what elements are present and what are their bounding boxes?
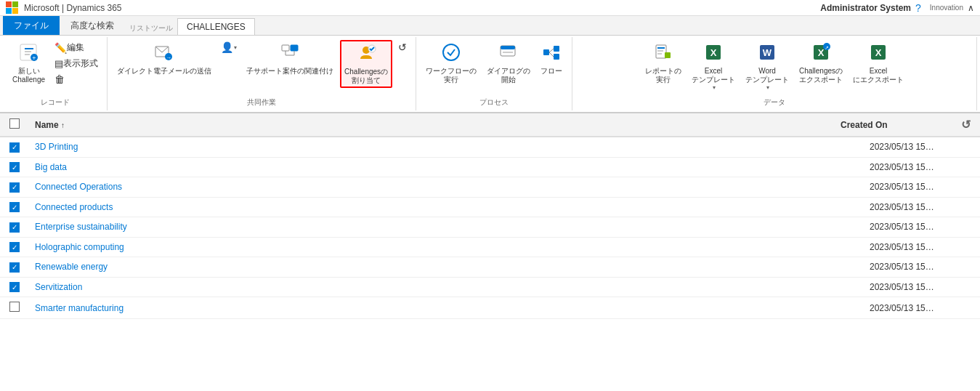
refresh-collab-button[interactable]: ↺ [395, 40, 410, 55]
row-created-cell: 2023/05/13 15… [864, 262, 980, 272]
table-row: Connected Operations2023/05/13 15… [0, 177, 980, 198]
row-checkbox[interactable] [9, 302, 20, 312]
row-checkbox[interactable] [9, 242, 20, 252]
admin-sub: Innovation [930, 4, 963, 12]
svg-text:W: W [763, 47, 772, 58]
excel-template-dropdown: ▾ [713, 84, 716, 91]
row-created-cell: 2023/05/13 15… [864, 202, 980, 212]
ribbon-group-record: + 新しい Challenge ✏️ 編集 ▤ 表示形式 🗑 [3, 37, 108, 110]
refresh-table-button[interactable]: ↺ [951, 118, 980, 132]
edit-button[interactable]: ✏️ 編集 [52, 40, 101, 55]
table-row: 3D Printing2023/05/13 15… [0, 137, 980, 158]
svg-line-23 [549, 49, 554, 52]
challenges-export-label: Challengesの エクスポート [799, 67, 843, 84]
svg-text:X: X [710, 47, 717, 58]
row-name-cell: Big data [29, 162, 864, 172]
svg-rect-1 [25, 48, 33, 49]
row-checkbox-cell [0, 302, 29, 314]
person-dropdown: ▾ [234, 44, 237, 51]
delete-button[interactable]: 🗑 [52, 72, 101, 86]
flow-label: フロー [540, 67, 562, 76]
row-name-cell: Connected products [29, 202, 864, 212]
connect-child-icon [280, 42, 300, 65]
svg-rect-27 [657, 50, 663, 52]
word-template-button[interactable]: W Word テンプレート ▾ [742, 40, 793, 93]
person-button[interactable]: 👤 ▾ [218, 40, 240, 55]
row-checkbox[interactable] [9, 202, 20, 212]
process-group-content: ワークフローの 実行 ダイアログの 開始 [422, 40, 566, 93]
collab-refresh: ↺ [395, 40, 410, 55]
svg-text:X: X [818, 47, 825, 58]
excel-export-icon: X [868, 42, 888, 65]
row-checkbox-cell [0, 142, 29, 153]
row-checkbox[interactable] [9, 282, 20, 292]
row-name-cell: Connected Operations [29, 182, 864, 192]
top-bar: Microsoft | Dynamics 365 Administrator S… [0, 0, 980, 16]
ribbon-tabs-bar: ファイル 高度な検索 リストツール CHALLENGES [0, 16, 980, 36]
table-body: 3D Printing2023/05/13 15…Big data2023/05… [0, 137, 980, 319]
excel-template-icon: X [703, 42, 724, 65]
row-checkbox[interactable] [9, 222, 20, 233]
refresh-collab-icon: ↺ [398, 41, 407, 53]
challenge-name-link[interactable]: Servitization [35, 282, 82, 292]
svg-line-24 [549, 52, 554, 57]
col-name-header[interactable]: Name [29, 120, 835, 130]
direct-mail-icon: → [154, 42, 174, 65]
edit-label: 編集 [67, 41, 84, 54]
help-icon[interactable]: ? [915, 2, 921, 14]
challenge-name-link[interactable]: Holographic computing [35, 242, 124, 252]
row-checkbox[interactable] [9, 142, 20, 153]
challenge-name-link[interactable]: Renewable energy [35, 262, 108, 272]
svg-text:X: X [875, 47, 882, 58]
row-name-cell: Holographic computing [29, 242, 864, 252]
select-all-checkbox[interactable] [0, 118, 29, 131]
display-format-icon: ▤ [54, 58, 63, 69]
challenge-name-link[interactable]: Enterprise sustainability [35, 222, 127, 232]
row-checkbox-cell [0, 262, 29, 273]
flow-button[interactable]: フロー [537, 40, 566, 78]
row-checkbox[interactable] [9, 182, 20, 193]
svg-rect-18 [501, 46, 515, 49]
record-group-content: + 新しい Challenge ✏️ 編集 ▤ 表示形式 🗑 [9, 40, 101, 93]
workflow-icon [441, 42, 461, 65]
tab-challenges[interactable]: CHALLENGES [177, 18, 255, 35]
report-button[interactable]: レポートの 実行 [641, 40, 685, 86]
tab-file[interactable]: ファイル [3, 16, 60, 35]
word-template-label: Word テンプレート [745, 67, 789, 84]
table-row: Holographic computing2023/05/13 15… [0, 238, 980, 258]
col-created-header[interactable]: Created On [835, 120, 951, 130]
excel-export-button[interactable]: X Excel にエクスポート [849, 40, 907, 86]
app-title: Microsoft | Dynamics 365 [24, 3, 122, 13]
admin-chevron-icon: ∧ [968, 3, 974, 13]
excel-template-button[interactable]: X Excel テンプレート ▾ [688, 40, 739, 93]
sort-name-icon [61, 120, 65, 130]
svg-rect-20 [543, 49, 549, 55]
display-format-button[interactable]: ▤ 表示形式 [52, 56, 101, 71]
row-name-cell: Smarter manufacturing [29, 303, 864, 313]
dialog-icon [498, 42, 519, 65]
table-row: Renewable energy2023/05/13 15… [0, 257, 980, 278]
challenge-name-link[interactable]: Connected Operations [35, 182, 122, 192]
row-checkbox[interactable] [9, 262, 20, 273]
collab-vert-btns: 👤 ▾ [218, 40, 240, 55]
table-row: Big data2023/05/13 15… [0, 158, 980, 178]
svg-rect-28 [657, 53, 662, 55]
tab-advanced-search[interactable]: 高度な検索 [61, 16, 123, 35]
svg-text:+: + [32, 55, 36, 62]
row-name-cell: 3D Printing [29, 142, 864, 152]
challenge-name-link[interactable]: Smarter manufacturing [35, 303, 123, 313]
header-checkbox[interactable] [9, 118, 20, 129]
row-checkbox[interactable] [9, 162, 20, 172]
challenge-name-link[interactable]: Connected products [35, 202, 113, 212]
new-challenge-button[interactable]: + 新しい Challenge [9, 40, 49, 86]
dialog-button[interactable]: ダイアログの 開始 [483, 40, 534, 86]
challenges-table: Name Created On ↺ 3D Printing2023/05/13 … [0, 113, 980, 319]
connect-child-button[interactable]: 子サポート案件の関連付け [243, 40, 337, 78]
workflow-button[interactable]: ワークフローの 実行 [422, 40, 480, 86]
challenges-export-button[interactable]: X ↗ Challengesの エクスポート [795, 40, 846, 86]
challenge-name-link[interactable]: Big data [35, 162, 67, 172]
assign-challenges-button[interactable]: Challengesの 割り当て [340, 40, 392, 88]
direct-mail-button[interactable]: → ダイレクト電子メールの送信 [113, 40, 215, 78]
assign-challenges-icon [356, 43, 376, 66]
challenge-name-link[interactable]: 3D Printing [35, 142, 78, 152]
